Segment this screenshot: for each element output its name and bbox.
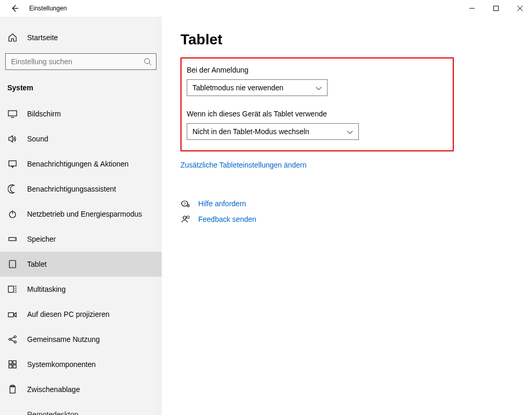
svg-point-11 bbox=[9, 338, 11, 340]
sidebar-item-label: Tablet bbox=[27, 260, 46, 268]
svg-point-8 bbox=[12, 266, 13, 267]
sidebar-item-sound[interactable]: Sound bbox=[0, 126, 162, 151]
sidebar-item-tablet[interactable]: Tablet bbox=[0, 252, 162, 277]
additional-settings-link[interactable]: Zusätzliche Tableteinstellungen ändern bbox=[180, 161, 532, 169]
svg-rect-25 bbox=[187, 216, 189, 218]
svg-rect-0 bbox=[494, 6, 499, 11]
signin-behavior-dropdown[interactable]: Tabletmodus nie verwenden bbox=[187, 79, 328, 96]
help-icon: ?? bbox=[180, 199, 191, 208]
chevron-down-icon bbox=[316, 85, 322, 91]
sidebar-home[interactable]: Startseite bbox=[0, 27, 162, 48]
svg-text:?: ? bbox=[184, 201, 186, 206]
svg-rect-16 bbox=[9, 365, 12, 368]
clipboard-icon bbox=[7, 384, 18, 395]
svg-point-13 bbox=[14, 341, 16, 343]
highlight-box: Bei der Anmeldung Tabletmodus nie verwen… bbox=[180, 57, 454, 151]
tablet-icon bbox=[7, 259, 18, 269]
close-button[interactable] bbox=[508, 0, 532, 17]
sidebar-item-label: Bildschirm bbox=[27, 110, 61, 118]
power-icon bbox=[7, 209, 18, 219]
shared-icon bbox=[7, 334, 18, 345]
notifications-icon bbox=[7, 159, 18, 169]
sound-icon bbox=[7, 134, 18, 144]
sidebar-item-project[interactable]: Auf diesen PC projizieren bbox=[0, 302, 162, 327]
svg-point-24 bbox=[183, 216, 186, 219]
home-icon bbox=[7, 32, 18, 43]
field1-label: Bei der Anmeldung bbox=[187, 66, 359, 74]
window-title: Einstellungen bbox=[29, 5, 67, 12]
chevron-down-icon bbox=[347, 128, 353, 135]
sidebar-item-focus[interactable]: Benachrichtigungsassistent bbox=[0, 176, 162, 201]
sidebar-item-label: Benachrichtigungsassistent bbox=[27, 185, 116, 193]
sidebar-item-label: Zwischenablage bbox=[27, 385, 80, 394]
display-icon bbox=[7, 109, 18, 119]
svg-text:?: ? bbox=[188, 205, 189, 208]
multitask-icon bbox=[7, 284, 18, 294]
sidebar-item-label: Sound bbox=[27, 135, 48, 143]
svg-rect-14 bbox=[9, 361, 12, 364]
help-label: Hilfe anfordern bbox=[198, 199, 246, 208]
sidebar-item-label: Benachrichtigungen & Aktionen bbox=[27, 160, 129, 168]
svg-point-1 bbox=[144, 58, 150, 64]
sidebar-item-label: Speicher bbox=[27, 235, 56, 243]
sidebar-item-components[interactable]: Systemkomponenten bbox=[0, 352, 162, 377]
back-arrow-icon bbox=[10, 4, 19, 13]
sidebar-item-display[interactable]: Bildschirm bbox=[0, 101, 162, 126]
components-icon bbox=[7, 359, 18, 370]
search-input[interactable] bbox=[5, 53, 156, 70]
svg-rect-17 bbox=[13, 365, 16, 368]
dropdown-value: Nicht in den Tablet-Modus wechseln bbox=[192, 127, 309, 136]
svg-rect-2 bbox=[8, 111, 17, 116]
close-icon bbox=[517, 6, 523, 11]
sidebar-item-notifications[interactable]: Benachrichtigungen & Aktionen bbox=[0, 151, 162, 176]
sidebar-category: System bbox=[0, 79, 162, 101]
feedback-icon bbox=[180, 215, 191, 223]
sidebar-item-label: Remotedesktop bbox=[27, 410, 78, 415]
storage-icon bbox=[7, 234, 18, 244]
sidebar-item-remotedesktop[interactable]: Remotedesktop bbox=[0, 402, 162, 415]
svg-rect-9 bbox=[8, 286, 14, 292]
sidebar-item-label: Netzbetrieb und Energiesparmodus bbox=[27, 210, 142, 218]
maximize-icon bbox=[493, 6, 499, 11]
project-icon bbox=[7, 309, 18, 319]
search-icon bbox=[143, 57, 152, 66]
svg-point-12 bbox=[14, 336, 16, 338]
svg-rect-18 bbox=[10, 386, 15, 393]
sidebar-item-label: Multitasking bbox=[27, 285, 66, 293]
sidebar-home-label: Startseite bbox=[27, 33, 58, 42]
sidebar-item-power[interactable]: Netzbetrieb und Energiesparmodus bbox=[0, 201, 162, 227]
remote-icon bbox=[7, 409, 18, 415]
main-content: Tablet Bei der Anmeldung Tabletmodus nie… bbox=[162, 17, 532, 415]
window-controls bbox=[460, 0, 532, 17]
svg-rect-15 bbox=[13, 361, 16, 364]
tablet-use-dropdown[interactable]: Nicht in den Tablet-Modus wechseln bbox=[187, 123, 359, 140]
page-title: Tablet bbox=[180, 31, 532, 48]
sidebar-list: BildschirmSoundBenachrichtigungen & Akti… bbox=[0, 101, 162, 415]
sidebar: Startseite System BildschirmSoundBenachr… bbox=[0, 17, 162, 415]
sidebar-item-label: Systemkomponenten bbox=[27, 360, 96, 369]
maximize-button[interactable] bbox=[484, 0, 508, 17]
focus-icon bbox=[7, 184, 18, 194]
sidebar-item-multitask[interactable]: Multitasking bbox=[0, 277, 162, 302]
get-help-link[interactable]: ?? Hilfe anfordern bbox=[180, 199, 532, 208]
back-button[interactable] bbox=[4, 0, 25, 17]
minimize-button[interactable] bbox=[460, 0, 484, 17]
dropdown-value: Tabletmodus nie verwenden bbox=[192, 84, 283, 92]
sidebar-item-shared[interactable]: Gemeinsame Nutzung bbox=[0, 327, 162, 352]
minimize-icon bbox=[469, 6, 475, 11]
sidebar-item-label: Auf diesen PC projizieren bbox=[27, 310, 110, 318]
sidebar-item-clipboard[interactable]: Zwischenablage bbox=[0, 377, 162, 402]
sidebar-item-label: Gemeinsame Nutzung bbox=[27, 335, 100, 343]
feedback-label: Feedback senden bbox=[198, 215, 256, 223]
search-field[interactable] bbox=[10, 57, 143, 66]
title-bar: Einstellungen bbox=[0, 0, 532, 17]
svg-rect-3 bbox=[9, 161, 16, 166]
svg-point-6 bbox=[15, 239, 16, 240]
svg-rect-10 bbox=[8, 313, 14, 317]
field2-label: Wenn ich dieses Gerät als Tablet verwend… bbox=[187, 110, 359, 118]
feedback-link[interactable]: Feedback senden bbox=[180, 215, 532, 223]
sidebar-item-storage[interactable]: Speicher bbox=[0, 227, 162, 252]
